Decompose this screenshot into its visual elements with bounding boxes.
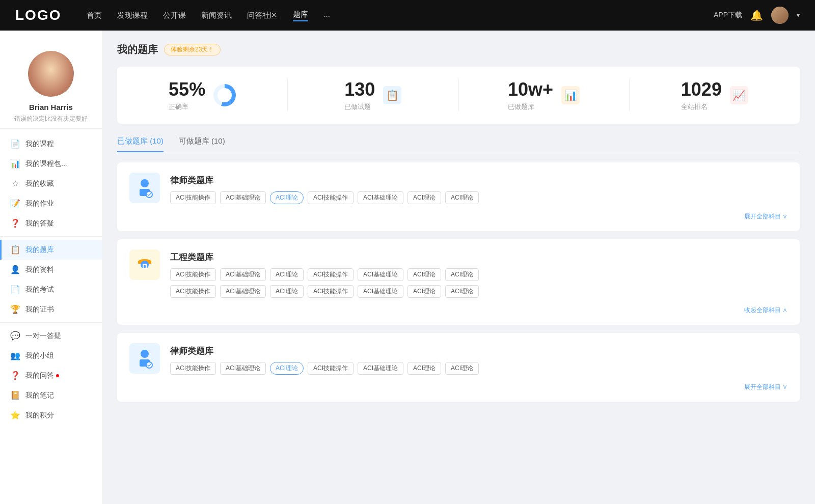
tag-0-1[interactable]: ACI基础理论 [220, 191, 266, 204]
tag-0-0[interactable]: ACI技能操作 [170, 191, 216, 204]
tag-1-4[interactable]: ACI基础理论 [358, 268, 403, 281]
tag-1-3[interactable]: ACI技能操作 [308, 268, 354, 281]
sidebar-item-points[interactable]: ⭐ 我的积分 [0, 405, 102, 425]
qbank-collapse-1[interactable]: 收起全部科目 ∧ [129, 306, 787, 315]
sidebar-profile: Brian Harris 错误的决定比没有决定要好 [0, 41, 102, 129]
sidebar-item-exam[interactable]: 📄 我的考试 [0, 279, 102, 299]
sidebar-motto: 错误的决定比没有决定要好 [14, 115, 88, 123]
nav-open-course[interactable]: 公开课 [163, 11, 186, 20]
tag-0-6[interactable]: ACI理论 [445, 191, 479, 204]
qbank-card-header-2: 律师类题库 ACI技能操作 ACI基础理论 ACI理论 ACI技能操作 ACI基… [129, 343, 787, 375]
navbar-right: APP下载 🔔 ▾ [714, 7, 800, 24]
sidebar-item-favorites[interactable]: ☆ 我的收藏 [0, 174, 102, 193]
sidebar-item-my-courses[interactable]: 📄 我的课程 [0, 134, 102, 154]
tag-1-2[interactable]: ACI理论 [270, 268, 304, 281]
certificate-icon: 🏆 [10, 304, 20, 314]
stat-done-banks: 10w+ 已做题库 📊 [459, 79, 630, 111]
ranking-icon: 📈 [730, 86, 748, 104]
tag-1r2-3[interactable]: ACI技能操作 [308, 285, 354, 298]
sidebar-item-my-qa[interactable]: ❓ 我的问答 [0, 366, 102, 385]
qbank-info-2: 律师类题库 ACI技能操作 ACI基础理论 ACI理论 ACI技能操作 ACI基… [170, 343, 479, 375]
notes-icon: 📔 [10, 390, 20, 400]
sidebar-item-one-on-one[interactable]: 💬 一对一答疑 [0, 326, 102, 346]
stat-done-questions: 130 已做试题 📋 [288, 79, 458, 111]
nav-news[interactable]: 新闻资讯 [201, 11, 232, 20]
tag-2-3[interactable]: ACI技能操作 [308, 362, 354, 375]
done-questions-label: 已做试题 [344, 102, 375, 111]
tag-0-5[interactable]: ACI理论 [408, 191, 441, 204]
sidebar-item-qbank[interactable]: 📋 我的题库 [0, 240, 102, 260]
qbank-info-1: 工程类题库 ACI技能操作 ACI基础理论 ACI理论 ACI技能操作 ACI基… [170, 249, 479, 298]
stat-accuracy: 55% 正确率 [117, 79, 288, 111]
tag-0-3[interactable]: ACI技能操作 [308, 191, 354, 204]
points-icon: ⭐ [10, 410, 20, 420]
page-title: 我的题库 [117, 43, 158, 57]
qbank-card-1: 工程类题库 ACI技能操作 ACI基础理论 ACI理论 ACI技能操作 ACI基… [117, 239, 800, 325]
qbank-card-2: 律师类题库 ACI技能操作 ACI基础理论 ACI理论 ACI技能操作 ACI基… [117, 333, 800, 402]
qbank-tags-row2-1: ACI技能操作 ACI基础理论 ACI理论 ACI技能操作 ACI基础理论 AC… [170, 285, 479, 298]
notification-bell[interactable]: 🔔 [750, 9, 763, 21]
accuracy-left: 55% 正确率 [169, 79, 205, 111]
sidebar-item-homework[interactable]: 📝 我的作业 [0, 193, 102, 213]
sidebar-item-notes[interactable]: 📔 我的笔记 [0, 385, 102, 405]
done-questions-number: 130 [344, 79, 375, 100]
qbank-expand-2[interactable]: 展开全部科目 ∨ [129, 383, 787, 391]
qbank-card-header-0: 律师类题库 ACI技能操作 ACI基础理论 ACI理论 ACI技能操作 ACI基… [129, 173, 787, 204]
qbank-icon-lawyer-0 [129, 173, 160, 203]
donut-inner [218, 88, 232, 102]
done-banks-left: 10w+ 已做题库 [508, 79, 553, 111]
tab-done-banks[interactable]: 已做题库 (10) [117, 136, 164, 152]
stat-ranking: 1029 全站排名 📈 [630, 79, 800, 111]
exam-icon: 📄 [10, 285, 20, 294]
tag-1r2-1[interactable]: ACI基础理论 [220, 285, 266, 298]
tag-0-2[interactable]: ACI理论 [270, 191, 304, 204]
accuracy-icon-container [213, 84, 236, 106]
tag-1r2-2[interactable]: ACI理论 [270, 285, 304, 298]
tag-2-2[interactable]: ACI理论 [270, 362, 304, 375]
tag-1-0[interactable]: ACI技能操作 [170, 268, 216, 281]
app-download-button[interactable]: APP下载 [714, 11, 742, 20]
sidebar-item-course-packages[interactable]: 📊 我的课程包... [0, 154, 102, 174]
sidebar-item-qa[interactable]: ❓ 我的答疑 [0, 213, 102, 233]
stats-row: 55% 正确率 130 已做试题 📋 10w+ [117, 67, 800, 124]
tab-available-banks[interactable]: 可做题库 (10) [179, 136, 225, 152]
tag-2-6[interactable]: ACI理论 [445, 362, 479, 375]
nav-qbank[interactable]: 题库 [293, 10, 308, 21]
qbank-expand-0[interactable]: 展开全部科目 ∨ [129, 212, 787, 221]
tag-2-1[interactable]: ACI基础理论 [220, 362, 266, 375]
nav-links: 首页 发现课程 公开课 新闻资讯 问答社区 题库 ··· [87, 10, 714, 21]
trial-badge: 体验剩余23天！ [164, 44, 221, 55]
tag-2-0[interactable]: ACI技能操作 [170, 362, 216, 375]
qbank-title-0: 律师类题库 [170, 173, 479, 186]
logo[interactable]: LOGO [15, 7, 61, 23]
qa-notification-dot [56, 374, 59, 377]
user-dropdown-arrow[interactable]: ▾ [797, 12, 800, 19]
tag-1r2-4[interactable]: ACI基础理论 [358, 285, 403, 298]
avatar[interactable] [771, 7, 789, 24]
qbank-card-0: 律师类题库 ACI技能操作 ACI基础理论 ACI理论 ACI技能操作 ACI基… [117, 162, 800, 231]
one-on-one-icon: 💬 [10, 331, 20, 341]
svg-rect-8 [144, 265, 146, 268]
tag-1r2-6[interactable]: ACI理论 [445, 285, 479, 298]
nav-qa[interactable]: 问答社区 [247, 11, 278, 20]
nav-discover[interactable]: 发现课程 [117, 11, 148, 20]
accuracy-number: 55% [169, 79, 205, 100]
done-questions-left: 130 已做试题 [344, 79, 375, 111]
sidebar-item-groups[interactable]: 👥 我的小组 [0, 346, 102, 366]
tag-2-4[interactable]: ACI基础理论 [358, 362, 403, 375]
nav-home[interactable]: 首页 [87, 11, 102, 20]
tag-1r2-0[interactable]: ACI技能操作 [170, 285, 216, 298]
sidebar-item-certificate[interactable]: 🏆 我的证书 [0, 299, 102, 319]
sidebar-item-profile[interactable]: 👤 我的资料 [0, 260, 102, 279]
svg-point-0 [141, 179, 149, 187]
courses-icon: 📄 [10, 139, 20, 149]
nav-more[interactable]: ··· [323, 11, 330, 20]
tag-1-5[interactable]: ACI理论 [408, 268, 441, 281]
tag-1-1[interactable]: ACI基础理论 [220, 268, 266, 281]
tag-0-4[interactable]: ACI基础理论 [358, 191, 403, 204]
tag-2-5[interactable]: ACI理论 [408, 362, 441, 375]
tag-1r2-5[interactable]: ACI理论 [408, 285, 441, 298]
tag-1-6[interactable]: ACI理论 [445, 268, 479, 281]
divider-1 [0, 236, 102, 237]
profile-icon: 👤 [10, 265, 20, 274]
